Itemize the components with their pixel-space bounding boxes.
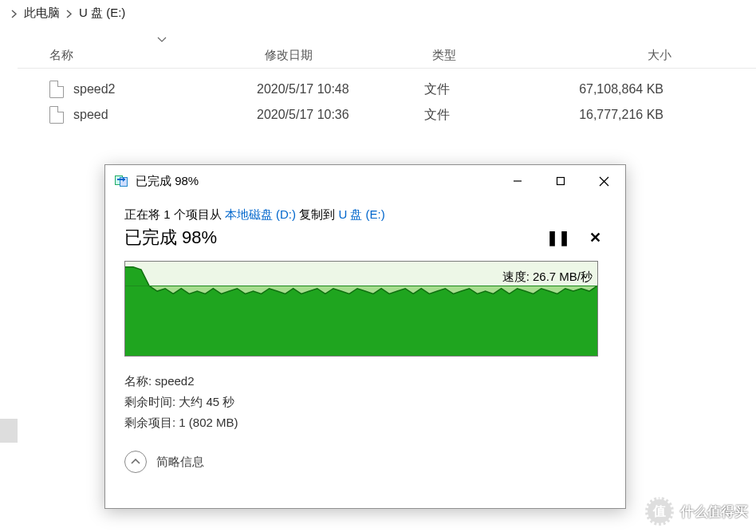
breadcrumb[interactable]: 此电脑 U 盘 (E:) [0,0,756,26]
destination-link[interactable]: U 盘 (E:) [338,207,384,221]
split-handle[interactable] [0,419,18,443]
minimize-button[interactable] [496,165,539,197]
copy-progress-dialog: 已完成 98% 正在将 1 个项目从 本地磁盘 (D:) 复制到 U 盘 (E:… [104,164,626,509]
titlebar[interactable]: 已完成 98% [105,165,625,197]
copy-icon [115,175,129,187]
file-size: 67,108,864 KB [544,82,703,97]
file-icon [49,106,64,124]
maximize-button[interactable] [539,165,582,197]
file-type: 文件 [424,81,544,98]
copy-description: 正在将 1 个项目从 本地磁盘 (D:) 复制到 U 盘 (E:) [124,205,606,224]
watermark-text: 什么值得买 [680,502,748,521]
collapse-button[interactable] [124,451,147,473]
speed-chart: 速度: 26.7 MB/秒 [124,261,598,357]
progress-text: 已完成 98% [124,226,217,250]
file-date: 2020/5/17 10:36 [257,108,424,122]
chevron-right-icon [61,6,77,20]
col-header-size[interactable]: 大小 [552,48,711,63]
file-date: 2020/5/17 10:48 [257,82,424,97]
file-row[interactable]: speed2 2020/5/17 10:48 文件 67,108,864 KB [18,77,756,102]
pause-button[interactable]: ❚❚ [547,227,569,249]
file-name: speed2 [73,82,116,97]
file-name: speed [73,108,108,122]
speed-reference-line [125,286,597,286]
col-header-date[interactable]: 修改日期 [265,48,432,63]
file-row[interactable]: speed 2020/5/17 10:36 文件 16,777,216 KB [18,102,756,128]
watermark-badge: 值 [645,497,674,526]
breadcrumb-item[interactable]: U 盘 (E:) [77,6,127,21]
breadcrumb-item[interactable]: 此电脑 [22,6,61,21]
file-size: 16,777,216 KB [544,108,703,122]
chevron-down-icon[interactable] [157,37,167,43]
close-button[interactable] [582,165,625,197]
speed-label: 速度: 26.7 MB/秒 [502,270,593,285]
col-header-name[interactable]: 名称 [49,48,265,63]
chevron-right-icon [6,6,22,20]
col-header-type[interactable]: 类型 [432,48,552,63]
file-icon [49,81,64,98]
chevron-up-icon [131,459,140,465]
watermark: 值 什么值得买 [645,497,748,526]
window-title: 已完成 98% [136,174,199,189]
cancel-button[interactable]: ✕ [584,227,606,249]
transfer-details: 名称: speed2 剩余时间: 大约 45 秒 剩余项目: 1 (802 MB… [124,371,606,433]
svg-rect-1 [557,178,565,185]
source-link[interactable]: 本地磁盘 (D:) [225,207,296,221]
collapse-label[interactable]: 简略信息 [156,455,204,470]
file-type: 文件 [424,107,544,124]
file-list: speed2 2020/5/17 10:48 文件 67,108,864 KB … [18,69,756,128]
column-headers[interactable]: 名称 修改日期 类型 大小 [18,26,756,69]
